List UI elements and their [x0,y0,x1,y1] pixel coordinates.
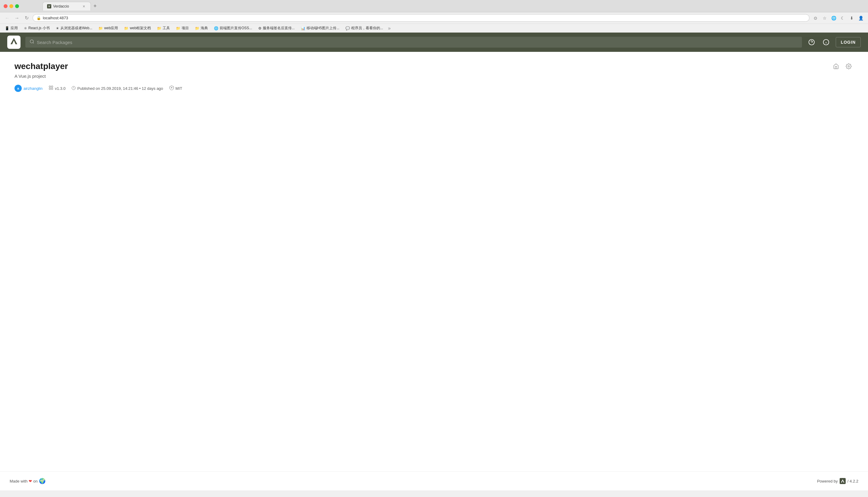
globe-emoji: 🌍 [39,478,45,484]
package-header-row: wechatplayer A Vue.js project a airzhang… [14,61,854,92]
mobile-icon: 📊 [301,26,305,30]
published-info: Published on 25.09.2019, 14:21:46 • 12 d… [71,86,163,91]
download-icon[interactable]: ⬇ [848,14,855,22]
svg-rect-6 [49,86,51,87]
translate-icon[interactable]: ⊙ [812,14,819,22]
new-tab-button[interactable]: + [91,2,99,11]
help-icon[interactable] [807,37,816,47]
dark-mode-icon[interactable]: ☾ [839,14,846,22]
author-initial: a [17,86,19,90]
verdaccio-version: / 4.2.2 [848,479,858,483]
back-button[interactable]: ← [4,14,11,22]
bookmark-react[interactable]: ⚛ React.js 小书 [23,25,51,31]
maximize-button[interactable] [15,4,19,8]
clock-icon [71,86,76,91]
footer: Made with ❤ on 🌍 Powered by / 4.2.2 [0,471,868,491]
home-action-icon[interactable] [831,61,841,71]
package-name: wechatplayer [14,61,182,71]
bookmark-programmer[interactable]: 💬 程序员，看看你的... [344,25,384,31]
version-info: v1.3.0 [49,85,66,91]
bookmark-webdoc[interactable]: 📁 web框架文档 [123,25,152,31]
lock-icon: 🔒 [37,16,41,20]
apps-icon: 📱 [5,26,9,30]
profile-icon[interactable]: 👤 [857,14,864,22]
license-label: MIT [176,86,182,91]
settings-action-icon[interactable] [844,61,854,71]
author-info: a airzhanglin [14,85,43,92]
bookmark-projects[interactable]: 📁 项目 [175,25,190,31]
close-button[interactable] [4,4,8,8]
published-label: Published on 25.09.2019, 14:21:46 • 12 d… [77,86,163,91]
extensions-icon[interactable]: 🌐 [830,14,837,22]
title-bar: V Verdaccio × + [0,0,868,12]
page: LOGIN wechatplayer A Vue.js project a ai… [0,32,868,491]
package-actions [831,61,854,71]
bookmarks-more[interactable]: » [388,26,391,31]
login-button[interactable]: LOGIN [836,37,861,47]
bookmark-tools[interactable]: 📁 工具 [156,25,171,31]
browser-icon: ☀ [56,26,59,30]
minimize-button[interactable] [9,4,13,8]
made-with-text: Made with [10,479,27,483]
svg-marker-0 [11,38,17,44]
search-icon [30,39,35,45]
traffic-lights [4,4,19,8]
package-description: A Vue.js project [14,73,182,79]
svg-point-1 [30,40,33,43]
svg-rect-9 [51,88,53,89]
search-input[interactable] [37,40,798,45]
bookmark-apps[interactable]: 📱 应用 [4,25,19,31]
bookmarks-bar: 📱 应用 ⚛ React.js 小书 ☀ 从浏览器或者Web... 📁 web应… [0,24,868,32]
verdaccio-logo[interactable] [7,36,20,49]
package-info: wechatplayer A Vue.js project a airzhang… [14,61,182,92]
url-bar[interactable]: 🔒 localhost:4873 [32,14,810,22]
svg-point-13 [848,66,850,67]
tab-title: Verdaccio [53,4,80,9]
svg-rect-8 [49,88,51,89]
license-icon [169,85,174,91]
server-icon: ⚙ [258,26,262,30]
verdaccio-small-logo [840,478,846,484]
version-label: v1.3.0 [55,86,66,91]
verdaccio-header: LOGIN [0,32,868,52]
react-icon: ⚛ [24,26,27,30]
folder-icon-4: 📁 [176,26,180,30]
package-meta: a airzhanglin v1.3.0 [14,85,182,92]
author-name[interactable]: airzhanglin [24,86,43,91]
svg-rect-7 [51,86,53,87]
search-bar-container[interactable] [25,37,802,48]
bookmark-server[interactable]: ⚙ 服务端签名后直传... [257,25,296,31]
info-icon[interactable] [821,37,831,47]
forward-button[interactable]: → [13,14,20,22]
bookmark-webapp[interactable]: 📁 web应用 [97,25,119,31]
browser-chrome: V Verdaccio × + ← → ↻ 🔒 localhost:4873 ⊙… [0,0,868,32]
license-info: MIT [169,85,182,91]
folder-icon-3: 📁 [157,26,162,30]
folder-icon-2: 📁 [124,26,128,30]
package-content: wechatplayer A Vue.js project a airzhang… [0,52,868,471]
address-bar-actions: ⊙ ☆ 🌐 ☾ ⬇ 👤 [812,14,864,22]
tab-close-button[interactable]: × [81,4,86,9]
tab-favicon: V [47,4,51,9]
bookmark-oss[interactable]: 🌐 前端图片直传OSS... [213,25,253,31]
browser-tab[interactable]: V Verdaccio × [43,2,91,11]
bookmark-mobile[interactable]: 📊 移动端H5图片上传... [300,25,341,31]
reload-button[interactable]: ↻ [23,14,30,22]
on-text: on [33,479,38,483]
chat-icon: 💬 [345,26,350,30]
bookmark-browser[interactable]: ☀ 从浏览器或者Web... [55,25,94,31]
footer-right: Powered by / 4.2.2 [817,478,858,484]
heart-icon: ❤ [29,479,32,483]
footer-left: Made with ❤ on 🌍 [10,478,45,484]
tab-bar: V Verdaccio × + [22,2,864,11]
author-avatar: a [14,85,22,92]
globe-icon: 🌐 [214,26,218,30]
header-icons: LOGIN [807,37,861,47]
bookmark-icon[interactable]: ☆ [821,14,828,22]
logo-v-icon [10,37,18,47]
address-bar: ← → ↻ 🔒 localhost:4873 ⊙ ☆ 🌐 ☾ ⬇ 👤 [0,12,868,24]
bookmark-haidian[interactable]: 📁 海典 [194,25,209,31]
url-text: localhost:4873 [43,16,805,20]
powered-by-text: Powered by [817,479,838,483]
folder-icon-5: 📁 [195,26,199,30]
